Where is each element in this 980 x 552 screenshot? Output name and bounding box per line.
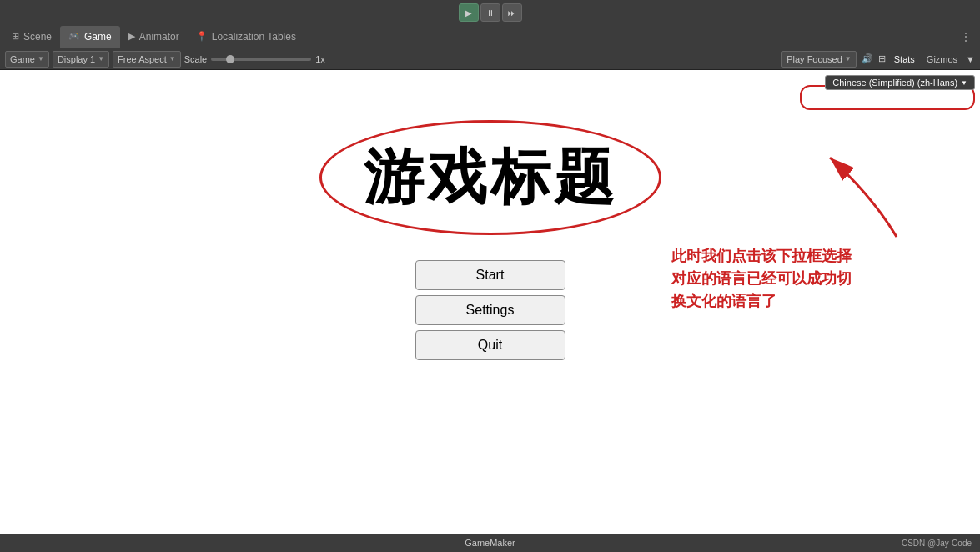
play-controls-bar: ▶ ⏸ ⏭ bbox=[0, 0, 980, 25]
scale-section: Scale 1x bbox=[184, 54, 778, 64]
tab-localization[interactable]: 📍 Localization Tables bbox=[188, 26, 304, 48]
play-focused-arrow: ▼ bbox=[845, 55, 852, 63]
annotation-text: 此时我们点击该下拉框选择对应的语言已经可以成功切换文化的语言了 bbox=[671, 245, 913, 313]
start-button[interactable]: Start bbox=[415, 260, 565, 290]
step-button[interactable]: ⏭ bbox=[502, 3, 522, 22]
game-title-oval: 游戏标题 bbox=[319, 120, 661, 235]
options-more-icon[interactable]: ▼ bbox=[966, 54, 975, 64]
play-focused-dropdown[interactable]: Play Focused ▼ bbox=[781, 51, 857, 68]
game-title-area: 游戏标题 bbox=[319, 120, 661, 235]
tab-game[interactable]: 🎮 Game bbox=[60, 26, 120, 48]
game-title: 游戏标题 bbox=[364, 138, 617, 218]
aspect-dropdown-arrow: ▼ bbox=[169, 55, 176, 63]
bottom-bar: GameMaker CSDN @Jay-Code bbox=[0, 534, 980, 552]
bottom-right-label: CSDN @Jay-Code bbox=[902, 539, 972, 548]
tab-scene[interactable]: ⊞ Scene bbox=[3, 26, 60, 48]
grid-icon[interactable]: ⊞ bbox=[878, 53, 886, 64]
tab-animator-label: Animator bbox=[139, 31, 179, 43]
stats-button[interactable]: Stats bbox=[891, 53, 918, 65]
tab-more-icon[interactable]: ⋮ bbox=[955, 30, 977, 43]
quit-button[interactable]: Quit bbox=[415, 330, 565, 360]
tab-animator[interactable]: ▶ Animator bbox=[120, 26, 188, 48]
options-bar: Game ▼ Display 1 ▼ Free Aspect ▼ Scale 1… bbox=[0, 48, 980, 70]
game-dropdown[interactable]: Game ▼ bbox=[5, 51, 49, 68]
pause-button[interactable]: ⏸ bbox=[480, 3, 500, 22]
locale-dropdown-arrow: ▼ bbox=[961, 79, 967, 87]
play-button[interactable]: ▶ bbox=[459, 3, 479, 22]
scene-icon: ⊞ bbox=[12, 31, 19, 42]
display-dropdown-arrow: ▼ bbox=[98, 55, 104, 63]
right-options: Play Focused ▼ 🔊 ⊞ Stats Gizmos ▼ bbox=[781, 51, 975, 68]
locale-dropdown[interactable]: Chinese (Simplified) (zh-Hans) ▼ bbox=[825, 75, 975, 90]
bottom-center-label: GameMaker bbox=[465, 538, 515, 548]
game-view: Chinese (Simplified) (zh-Hans) ▼ 游戏标题 St… bbox=[0, 70, 980, 534]
display-label: Display 1 bbox=[58, 54, 95, 64]
scale-label: Scale bbox=[184, 54, 208, 64]
aspect-label: Free Aspect bbox=[118, 54, 167, 64]
tab-scene-label: Scene bbox=[23, 31, 52, 43]
game-label: Game bbox=[10, 54, 35, 64]
localization-icon: 📍 bbox=[196, 31, 208, 42]
game-icon: 🎮 bbox=[68, 31, 80, 42]
tab-bar: ⊞ Scene 🎮 Game ▶ Animator 📍 Localization… bbox=[0, 25, 980, 48]
scale-thumb bbox=[226, 55, 234, 63]
sound-icon[interactable]: 🔊 bbox=[862, 53, 873, 64]
display-dropdown[interactable]: Display 1 ▼ bbox=[53, 51, 109, 68]
scale-slider[interactable] bbox=[211, 58, 311, 61]
tab-localization-label: Localization Tables bbox=[212, 31, 296, 43]
play-focused-label: Play Focused bbox=[787, 54, 842, 64]
menu-buttons: Start Settings Quit bbox=[415, 260, 565, 360]
aspect-dropdown[interactable]: Free Aspect ▼ bbox=[113, 51, 181, 68]
gizmos-button[interactable]: Gizmos bbox=[923, 53, 961, 65]
animator-icon: ▶ bbox=[128, 31, 135, 42]
annotation-arrow bbox=[805, 145, 905, 245]
scale-value: 1x bbox=[315, 54, 325, 64]
tab-game-label: Game bbox=[84, 31, 112, 43]
settings-button[interactable]: Settings bbox=[415, 295, 565, 325]
annotation-area: 此时我们点击该下拉框选择对应的语言已经可以成功切换文化的语言了 bbox=[663, 187, 913, 313]
game-dropdown-arrow: ▼ bbox=[38, 55, 44, 63]
locale-label: Chinese (Simplified) (zh-Hans) bbox=[832, 78, 957, 88]
